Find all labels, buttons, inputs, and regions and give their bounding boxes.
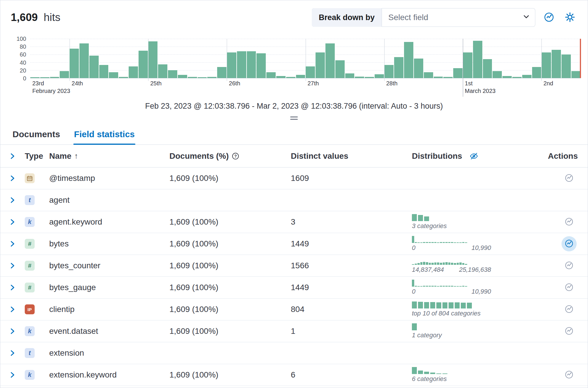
distribution-preview: 1 category bbox=[412, 323, 545, 339]
histogram-bar[interactable] bbox=[404, 42, 413, 78]
histogram-bar[interactable] bbox=[434, 77, 443, 78]
field-visualize-button[interactable] bbox=[562, 324, 577, 339]
row-expand-chevron[interactable] bbox=[8, 349, 25, 357]
histogram-bar[interactable] bbox=[89, 56, 99, 78]
row-expand-chevron[interactable] bbox=[8, 371, 25, 379]
distribution-preview: 010,990 bbox=[412, 280, 545, 295]
histogram-bar[interactable] bbox=[325, 43, 335, 78]
histogram-bar[interactable] bbox=[148, 41, 158, 78]
distribution-bar bbox=[445, 262, 448, 265]
histogram-bar[interactable] bbox=[306, 66, 315, 78]
field-visualize-button[interactable] bbox=[562, 214, 577, 230]
histogram-bar[interactable] bbox=[276, 76, 286, 78]
row-expand-chevron[interactable] bbox=[8, 327, 25, 335]
histogram-bar[interactable] bbox=[385, 65, 394, 78]
tab-field-statistics[interactable]: Field statistics bbox=[73, 125, 135, 144]
distribution-cell: 1 category bbox=[412, 323, 545, 339]
histogram-bar[interactable] bbox=[552, 50, 561, 78]
chart-options-button[interactable] bbox=[542, 10, 556, 25]
histogram-bar[interactable] bbox=[237, 51, 246, 78]
histogram-bar[interactable] bbox=[286, 77, 295, 78]
panel-resize-handle[interactable] bbox=[289, 115, 299, 121]
histogram-bar[interactable] bbox=[217, 67, 226, 78]
field-type-number-icon: # bbox=[25, 239, 35, 249]
field-visualize-button[interactable] bbox=[562, 302, 577, 317]
histogram-bar[interactable] bbox=[532, 67, 541, 78]
histogram-bar[interactable] bbox=[188, 77, 197, 78]
row-expand-chevron[interactable] bbox=[8, 196, 25, 204]
field-visualize-button[interactable] bbox=[562, 258, 577, 273]
field-name: @timestamp bbox=[49, 174, 169, 183]
histogram-bar[interactable] bbox=[30, 77, 40, 78]
distribution-bar bbox=[431, 286, 434, 287]
help-icon[interactable]: ? bbox=[232, 152, 239, 160]
row-expand-chevron[interactable] bbox=[8, 240, 25, 248]
distribution-bar bbox=[434, 262, 437, 265]
histogram-bar[interactable] bbox=[394, 57, 403, 78]
histogram-bar[interactable] bbox=[424, 72, 433, 78]
histogram-bar[interactable] bbox=[207, 77, 217, 78]
histogram-bar[interactable] bbox=[345, 73, 355, 78]
tab-documents[interactable]: Documents bbox=[12, 125, 61, 144]
histogram-bar[interactable] bbox=[178, 75, 187, 78]
histogram-bar[interactable] bbox=[296, 75, 305, 78]
distribution-bar bbox=[423, 242, 425, 243]
row-expand-chevron[interactable] bbox=[8, 262, 25, 270]
histogram-bar[interactable] bbox=[109, 72, 118, 78]
histogram-bar[interactable] bbox=[316, 52, 325, 78]
row-expand-chevron[interactable] bbox=[8, 305, 25, 313]
field-visualize-button[interactable] bbox=[562, 236, 577, 251]
distribution-category-label: 1 category bbox=[412, 331, 545, 339]
distinct-value: 1609 bbox=[291, 174, 412, 183]
histogram-bar[interactable] bbox=[227, 52, 236, 78]
histogram-bar[interactable] bbox=[40, 77, 49, 78]
histogram-bar[interactable] bbox=[483, 59, 492, 78]
histogram-bar[interactable] bbox=[129, 66, 138, 78]
expand-all-chevron[interactable] bbox=[8, 152, 25, 160]
histogram-bar[interactable] bbox=[502, 76, 512, 78]
histogram-bar[interactable] bbox=[355, 77, 364, 78]
histogram-bar[interactable] bbox=[443, 77, 453, 78]
field-visualize-button[interactable] bbox=[562, 367, 577, 382]
histogram-bar[interactable] bbox=[70, 49, 79, 78]
histogram-bar[interactable] bbox=[168, 70, 177, 78]
histogram-bar[interactable] bbox=[139, 51, 148, 78]
distribution-bar bbox=[454, 263, 456, 265]
histogram-bar[interactable] bbox=[493, 71, 502, 78]
histogram-bar[interactable] bbox=[453, 68, 463, 78]
field-visualize-button[interactable] bbox=[562, 280, 577, 295]
visualize-icon bbox=[564, 239, 574, 249]
histogram-bar[interactable] bbox=[571, 71, 581, 78]
histogram-bar[interactable] bbox=[158, 64, 167, 78]
row-expand-chevron[interactable] bbox=[8, 283, 25, 292]
field-visualize-button[interactable] bbox=[562, 171, 577, 186]
row-expand-chevron[interactable] bbox=[8, 218, 25, 226]
histogram-bar[interactable] bbox=[99, 65, 109, 78]
histogram-bar[interactable] bbox=[198, 77, 207, 78]
histogram-bar[interactable] bbox=[375, 74, 384, 78]
histogram-bar[interactable] bbox=[473, 41, 482, 78]
column-header-name[interactable]: Name ↑ bbox=[49, 151, 169, 161]
histogram-bar[interactable] bbox=[365, 77, 374, 78]
histogram-bar[interactable] bbox=[256, 53, 266, 78]
histogram-bar[interactable] bbox=[60, 71, 69, 78]
hide-distributions-icon[interactable] bbox=[469, 151, 479, 161]
histogram-bar[interactable] bbox=[119, 77, 128, 78]
histogram-bar[interactable] bbox=[50, 77, 59, 78]
distribution-cell: 010,990 bbox=[412, 236, 545, 252]
histogram-bar[interactable] bbox=[542, 52, 551, 78]
histogram-bar[interactable] bbox=[79, 43, 89, 78]
breakdown-field-select[interactable]: Select field bbox=[382, 8, 535, 27]
histogram-bar[interactable] bbox=[414, 59, 423, 78]
histogram-bar[interactable] bbox=[247, 51, 256, 78]
actions-cell bbox=[545, 171, 580, 186]
histogram-bar[interactable] bbox=[522, 75, 532, 78]
settings-button[interactable] bbox=[563, 10, 577, 25]
distribution-range-labels: 010,990 bbox=[412, 244, 491, 252]
histogram-bar[interactable] bbox=[562, 54, 571, 78]
row-expand-chevron[interactable] bbox=[8, 174, 25, 182]
histogram-bar[interactable] bbox=[463, 52, 472, 78]
histogram-bar[interactable] bbox=[266, 72, 276, 78]
histogram-bar[interactable] bbox=[512, 77, 522, 78]
histogram-bar[interactable] bbox=[335, 60, 345, 78]
